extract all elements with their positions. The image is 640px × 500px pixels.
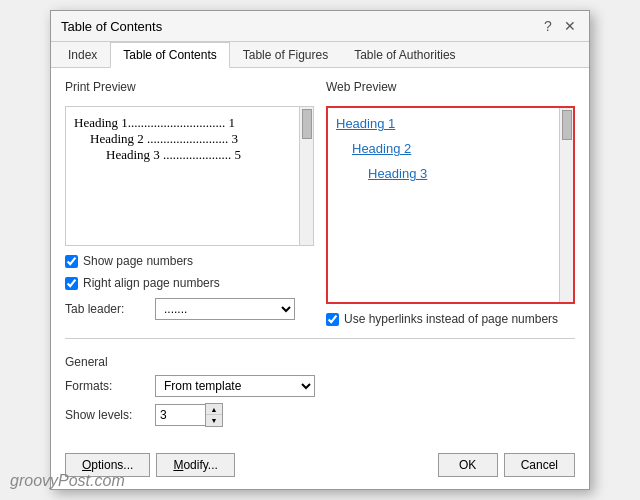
title-bar: Table of Contents ? ✕ <box>51 11 589 42</box>
two-col-layout: Print Preview Heading 1.................… <box>65 80 575 326</box>
dialog-body: Print Preview Heading 1.................… <box>51 68 589 445</box>
title-bar-left: Table of Contents <box>61 19 162 34</box>
dialog-footer: Options... Modify... OK Cancel <box>51 445 589 489</box>
table-of-contents-dialog: Table of Contents ? ✕ Index Table of Con… <box>50 10 590 490</box>
web-preview-box: Heading 1 Heading 2 Heading 3 <box>326 106 575 304</box>
web-scrollbar-thumb <box>562 110 572 140</box>
formats-label: Formats: <box>65 379 155 393</box>
show-levels-label: Show levels: <box>65 408 155 422</box>
use-hyperlinks-row: Use hyperlinks instead of page numbers <box>326 312 575 326</box>
print-preview-label: Print Preview <box>65 80 314 94</box>
use-hyperlinks-label: Use hyperlinks instead of page numbers <box>344 312 558 326</box>
spinner-wrapper: 3 ▲ ▼ <box>155 403 223 427</box>
tab-leader-label: Tab leader: <box>65 302 155 316</box>
tab-authorities[interactable]: Table of Authorities <box>341 42 468 68</box>
tab-figures[interactable]: Table of Figures <box>230 42 341 68</box>
general-title: General <box>65 355 575 369</box>
web-preview-scrollbar[interactable] <box>559 108 573 302</box>
web-preview-content: Heading 1 Heading 2 Heading 3 <box>328 108 573 189</box>
tab-leader-row: Tab leader: ....... ------ ______ (none) <box>65 298 314 320</box>
title-bar-right: ? ✕ <box>539 17 579 35</box>
show-page-numbers-row: Show page numbers <box>65 254 314 268</box>
web-heading3[interactable]: Heading 3 <box>336 166 565 181</box>
print-preview-box: Heading 1.............................. … <box>65 106 314 246</box>
right-column: Web Preview Heading 1 Heading 2 Heading … <box>326 80 575 326</box>
web-heading2[interactable]: Heading 2 <box>336 141 565 156</box>
formats-select[interactable]: From template Classic Distinctive Center… <box>155 375 315 397</box>
help-button[interactable]: ? <box>539 17 557 35</box>
spinner-up-button[interactable]: ▲ <box>206 404 222 415</box>
left-column: Print Preview Heading 1.................… <box>65 80 314 326</box>
close-button[interactable]: ✕ <box>561 17 579 35</box>
print-heading2: Heading 2 ......................... 3 <box>74 131 305 147</box>
modify-underline: M <box>173 458 183 472</box>
formats-row: Formats: From template Classic Distincti… <box>65 375 575 397</box>
options-underline: O <box>82 458 91 472</box>
use-hyperlinks-checkbox[interactable] <box>326 313 339 326</box>
modify-button[interactable]: Modify... <box>156 453 234 477</box>
spinner-down-button[interactable]: ▼ <box>206 415 222 426</box>
tabs-row: Index Table of Contents Table of Figures… <box>51 42 589 68</box>
print-scrollbar-thumb <box>302 109 312 139</box>
options-label-rest: ptions... <box>91 458 133 472</box>
modify-label-rest: odify... <box>183 458 217 472</box>
print-preview-scrollbar[interactable] <box>299 107 313 245</box>
right-align-row: Right align page numbers <box>65 276 314 290</box>
show-levels-row: Show levels: 3 ▲ ▼ <box>65 403 575 427</box>
show-page-numbers-checkbox[interactable] <box>65 255 78 268</box>
ok-button[interactable]: OK <box>438 453 498 477</box>
cancel-button[interactable]: Cancel <box>504 453 575 477</box>
right-align-checkbox[interactable] <box>65 277 78 290</box>
web-heading1[interactable]: Heading 1 <box>336 116 565 131</box>
tab-index[interactable]: Index <box>55 42 110 68</box>
dialog-title: Table of Contents <box>61 19 162 34</box>
section-divider <box>65 338 575 339</box>
watermark: groovyPost.com <box>10 472 125 490</box>
show-levels-input[interactable]: 3 <box>155 404 205 426</box>
tab-toc[interactable]: Table of Contents <box>110 42 229 68</box>
general-section: General Formats: From template Classic D… <box>65 355 575 433</box>
tab-leader-select-wrapper: ....... ------ ______ (none) <box>155 298 295 320</box>
show-page-numbers-label: Show page numbers <box>83 254 193 268</box>
tab-leader-select[interactable]: ....... ------ ______ (none) <box>155 298 295 320</box>
spinner-buttons: ▲ ▼ <box>205 403 223 427</box>
print-heading3: Heading 3 ..................... 5 <box>74 147 305 163</box>
print-heading1: Heading 1.............................. … <box>74 115 305 131</box>
formats-select-wrapper: From template Classic Distinctive Center… <box>155 375 315 397</box>
print-preview-content: Heading 1.............................. … <box>66 107 313 171</box>
right-align-label: Right align page numbers <box>83 276 220 290</box>
web-preview-label: Web Preview <box>326 80 575 94</box>
